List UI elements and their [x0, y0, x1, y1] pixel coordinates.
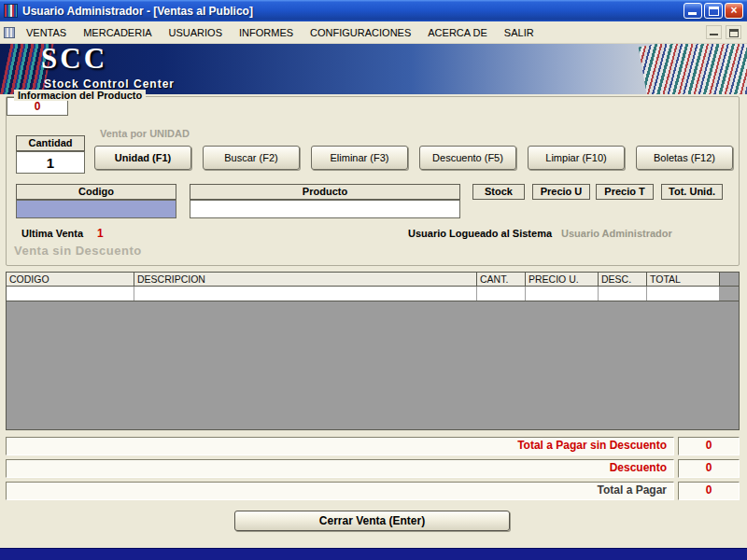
menu-item-ventas[interactable]: VENTAS — [18, 21, 75, 44]
menu-item-mercaderia[interactable]: MERCADERIA — [75, 21, 160, 44]
venta-sin-descuento-label: Venta sin Descuento — [14, 244, 142, 258]
usuario-logueado-label: Usuario Logueado al Sistema — [408, 228, 552, 239]
eliminar-button[interactable]: Eliminar (F3) — [311, 146, 408, 170]
ultima-venta-value: 1 — [97, 227, 104, 240]
menu-item-informes[interactable]: INFORMES — [231, 21, 302, 44]
codigo-input[interactable] — [16, 200, 176, 218]
total-a-pagar-value: 0 — [678, 482, 740, 500]
buscar-button[interactable]: Buscar (F2) — [203, 146, 300, 170]
cantidad-input[interactable] — [16, 151, 85, 174]
precio-u-header: Precio U — [532, 184, 590, 200]
col-header-codigo[interactable]: CODIGO — [7, 273, 134, 286]
app-icon — [4, 4, 18, 18]
col-header-total[interactable]: TOTAL — [647, 273, 720, 286]
total-a-pagar-label: Total a Pagar — [6, 482, 674, 500]
bottom-strip — [0, 548, 747, 560]
menu-item-acerca-de[interactable]: ACERCA DE — [419, 21, 496, 44]
cerrar-venta-button[interactable]: Cerrar Venta (Enter) — [234, 511, 510, 531]
sales-table: CODIGO DESCRIPCION CANT. PRECIO U. DESC.… — [6, 272, 740, 430]
limpiar-button[interactable]: Limpiar (F10) — [528, 146, 625, 170]
usuario-logueado-value: Usuario Administrador — [561, 228, 672, 239]
descuento-button[interactable]: Descuento (F5) — [419, 146, 516, 170]
mdi-child-icon[interactable] — [4, 27, 15, 38]
mdi-minimize-icon[interactable] — [706, 25, 722, 39]
codigo-header: Codigo — [16, 184, 176, 200]
menu-item-salir[interactable]: SALIR — [496, 21, 543, 44]
application-window: Usuario Administrador - [Ventas al Publi… — [0, 0, 747, 560]
product-info-group: Informacion del Producto Cantidad Venta … — [6, 96, 740, 266]
menu-item-usuarios[interactable]: USUARIOS — [161, 21, 231, 44]
col-header-cant[interactable]: CANT. — [477, 273, 526, 286]
stock-header: Stock — [472, 184, 525, 200]
app-logo: SCC — [41, 44, 107, 76]
col-header-precio-u[interactable]: PRECIO U. — [526, 273, 599, 286]
venta-mode-label: Venta por UNIDAD — [100, 128, 190, 139]
boletas-button[interactable]: Boletas (F12) — [636, 146, 733, 170]
precio-t-header: Precio T — [596, 184, 654, 200]
ultima-venta-label: Ultima Venta — [21, 228, 83, 239]
mdi-restore-icon[interactable] — [726, 25, 741, 39]
col-header-descripcion[interactable]: DESCRIPCION — [134, 273, 477, 286]
barcode-right-icon — [639, 44, 747, 94]
producto-header: Producto — [190, 184, 460, 200]
tot-unid-header: Tot. Unid. — [661, 184, 723, 200]
app-banner: SCC Stock Control Center — [0, 44, 747, 94]
app-logo-subtitle: Stock Control Center — [44, 77, 175, 91]
cantidad-label: Cantidad — [16, 135, 85, 151]
maximize-icon[interactable] — [704, 3, 723, 19]
menu-item-configuraciones[interactable]: CONFIGURACIONES — [302, 21, 419, 44]
close-icon[interactable]: × — [725, 3, 743, 19]
total-sin-descuento-label: Total a Pagar sin Descuento — [6, 437, 674, 455]
title-bar: Usuario Administrador - [Ventas al Publi… — [0, 0, 747, 21]
sales-table-header-row: CODIGO DESCRIPCION CANT. PRECIO U. DESC.… — [7, 273, 739, 287]
unidad-button[interactable]: Unidad (F1) — [94, 146, 191, 170]
table-right-strip — [720, 273, 739, 286]
descuento-label: Descuento — [6, 459, 674, 478]
col-header-desc[interactable]: DESC. — [599, 273, 647, 286]
minimize-icon[interactable] — [684, 3, 702, 19]
menu-bar: VENTAS MERCADERIA USUARIOS INFORMES CONF… — [0, 21, 747, 44]
total-sin-descuento-value: 0 — [678, 437, 740, 455]
group-title: Informacion del Producto — [14, 90, 146, 101]
window-title: Usuario Administrador - [Ventas al Publi… — [22, 5, 684, 18]
table-empty-row — [7, 287, 739, 301]
producto-input[interactable] — [190, 200, 460, 218]
descuento-value: 0 — [678, 459, 740, 478]
